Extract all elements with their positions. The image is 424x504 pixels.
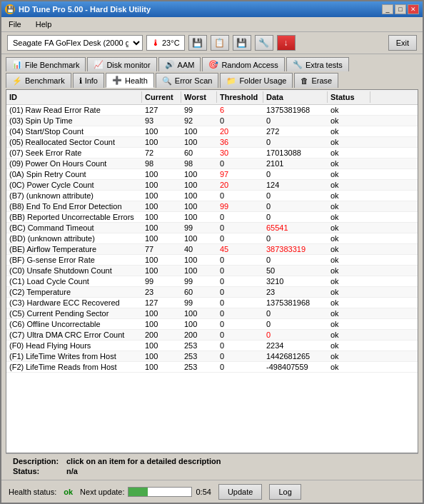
table-row[interactable]: (F1) LifeTime Writes from Host 100 253 0… (6, 351, 418, 362)
cell-worst: 98 (181, 158, 217, 168)
next-update-section: Next update: 0:54 (80, 487, 211, 497)
cell-data: 1442681265 (263, 351, 328, 361)
cell-status: ok (328, 298, 370, 308)
cell-data: 2101 (263, 158, 328, 168)
cell-id: (C7) Ultra DMA CRC Error Count (6, 330, 142, 340)
exit-button[interactable]: Exit (388, 35, 417, 51)
table-row[interactable]: (0C) Power Cycle Count 100 100 20 124 ok (6, 180, 418, 191)
minimize-button[interactable]: _ (382, 4, 393, 14)
cell-current: 100 (142, 308, 181, 318)
update-button[interactable]: Update (218, 484, 262, 500)
cell-worst: 60 (181, 287, 217, 297)
table-row[interactable]: (BD) (unknown attribute) 100 100 0 0 ok (6, 233, 418, 244)
tab-aam[interactable]: 🔊 AAM (158, 57, 201, 71)
table-row[interactable]: (BE) Airflow Temperature 77 40 45 387383… (6, 244, 418, 255)
cell-current: 127 (142, 105, 181, 115)
menu-bar: File Help (1, 17, 423, 32)
cell-current: 100 (142, 126, 181, 136)
tab-benchmark[interactable]: ⚡ Benchmark (6, 73, 71, 88)
table-row[interactable]: (C2) Temperature 23 60 0 23 ok (6, 287, 418, 298)
toolbar-btn-5[interactable]: ↓ (277, 35, 296, 51)
cell-threshold: 0 (217, 212, 263, 222)
col-header-worst: Worst (181, 91, 217, 103)
drive-select[interactable]: Seagate FA GoFlex Desk (2000 gB) (7, 35, 143, 51)
cell-threshold: 0 (217, 351, 263, 361)
tab-error-scan[interactable]: 🔍 Error Scan (156, 73, 219, 88)
cell-worst: 100 (181, 137, 217, 147)
tab-random-access[interactable]: 🎯 Random Access (202, 57, 284, 71)
bottom-bar: Health status: ok Next update: 0:54 Upda… (1, 480, 423, 503)
cell-status: ok (328, 287, 370, 297)
cell-id: (F1) LifeTime Writes from Host (6, 351, 142, 361)
table-row[interactable]: (F2) LifeTime Reads from Host 100 253 0 … (6, 362, 418, 373)
window-controls: _ □ ✕ (382, 4, 419, 14)
cell-data: 0 (263, 137, 328, 147)
maximize-button[interactable]: □ (395, 4, 406, 14)
tab-health[interactable]: ➕ Health (106, 73, 154, 88)
cell-id: (B7) (unknown attribute) (6, 191, 142, 201)
tab-row-1: 📊 File Benchmark 📈 Disk monitor 🔊 AAM 🎯 … (6, 57, 418, 71)
main-window: 💾 HD Tune Pro 5.00 - Hard Disk Utility _… (0, 0, 424, 504)
cell-status: ok (328, 362, 370, 372)
cell-current: 100 (142, 255, 181, 265)
cell-data: 0 (263, 201, 328, 211)
cell-data: 0 (263, 255, 328, 265)
cell-data: 0 (263, 233, 328, 243)
cell-worst: 100 (181, 319, 217, 329)
table-row[interactable]: (01) Raw Read Error Rate 127 99 6 137538… (6, 105, 418, 116)
cell-threshold: 0 (217, 266, 263, 276)
tab-info[interactable]: ℹ Info (73, 73, 104, 88)
toolbar-btn-3[interactable]: 💾 (233, 35, 251, 51)
tab-extra-tests[interactable]: 🔧 Extra tests (286, 57, 349, 71)
thermometer-icon: 🌡 (151, 38, 160, 48)
lightning-icon: ⚡ (12, 76, 22, 86)
table-row[interactable]: (C6) Offline Uncorrectable 100 100 0 0 o… (6, 319, 418, 330)
tab-folder-usage[interactable]: 📁 Folder Usage (220, 73, 293, 88)
table-row[interactable]: (F0) Head Flying Hours 100 253 0 2234 ok (6, 341, 418, 351)
table-row[interactable]: (04) Start/Stop Count 100 100 20 272 ok (6, 126, 418, 137)
table-row[interactable]: (0A) Spin Retry Count 100 100 97 0 ok (6, 169, 418, 180)
cell-worst: 60 (181, 148, 217, 158)
menu-help[interactable]: Help (32, 19, 56, 30)
cell-data: 23 (263, 287, 328, 297)
toolbar-btn-1[interactable]: 💾 (188, 35, 207, 51)
cell-id: (C0) Unsafe Shutdown Count (6, 266, 142, 276)
table-row[interactable]: (05) Reallocated Sector Count 100 100 36… (6, 137, 418, 148)
cell-status: ok (328, 223, 370, 233)
cell-id: (BD) (unknown attribute) (6, 233, 142, 243)
cell-threshold: 0 (217, 341, 263, 351)
table-row[interactable]: (07) Seek Error Rate 72 60 30 17013088 o… (6, 148, 418, 158)
tab-row-2: ⚡ Benchmark ℹ Info ➕ Health 🔍 Error Scan… (6, 73, 418, 88)
table-row[interactable]: (BC) Command Timeout 100 99 0 65541 ok (6, 223, 418, 233)
table-row[interactable]: (C7) Ultra DMA CRC Error Count 200 200 0… (6, 330, 418, 341)
table-row[interactable]: (BB) Reported Uncorrectable Errors 100 1… (6, 212, 418, 223)
tab-erase[interactable]: 🗑 Erase (294, 73, 338, 88)
cell-status: ok (328, 319, 370, 329)
toolbar: Seagate FA GoFlex Desk (2000 gB) 🌡 23°C … (1, 32, 423, 54)
cell-threshold: 0 (217, 330, 263, 340)
table-row[interactable]: (C0) Unsafe Shutdown Count 100 100 0 50 … (6, 266, 418, 276)
cell-id: (BB) Reported Uncorrectable Errors (6, 212, 142, 222)
table-row[interactable]: (C1) Load Cycle Count 99 99 0 3210 ok (6, 276, 418, 287)
toolbar-btn-4[interactable]: 🔧 (255, 35, 273, 51)
cell-threshold: 0 (217, 308, 263, 318)
table-row[interactable]: (03) Spin Up Time 93 92 0 0 ok (6, 116, 418, 126)
log-button[interactable]: Log (269, 484, 301, 500)
table-row[interactable]: (BF) G-sense Error Rate 100 100 0 0 ok (6, 255, 418, 266)
cell-worst: 100 (181, 255, 217, 265)
toolbar-btn-2[interactable]: 📋 (211, 35, 229, 51)
table-row[interactable]: (B7) (unknown attribute) 100 100 0 0 ok (6, 191, 418, 201)
table-row[interactable]: (C5) Current Pending Sector 100 100 0 0 … (6, 308, 418, 319)
description-value: click on an item for a detailed descript… (66, 457, 221, 465)
table-row[interactable]: (C3) Hardware ECC Recovered 127 99 0 137… (6, 298, 418, 308)
tab-file-benchmark[interactable]: 📊 File Benchmark (6, 57, 86, 71)
menu-file[interactable]: File (5, 19, 25, 30)
cell-current: 100 (142, 169, 181, 179)
description-row: Description: click on an item for a deta… (13, 457, 411, 465)
cell-threshold: 20 (217, 180, 263, 190)
table-row[interactable]: (B8) End To End Error Detection 100 100 … (6, 201, 418, 212)
table-row[interactable]: (09) Power On Hours Count 98 98 0 2101 o… (6, 158, 418, 169)
cell-status: ok (328, 233, 370, 243)
tab-disk-monitor[interactable]: 📈 Disk monitor (87, 57, 156, 71)
close-button[interactable]: ✕ (408, 4, 419, 14)
